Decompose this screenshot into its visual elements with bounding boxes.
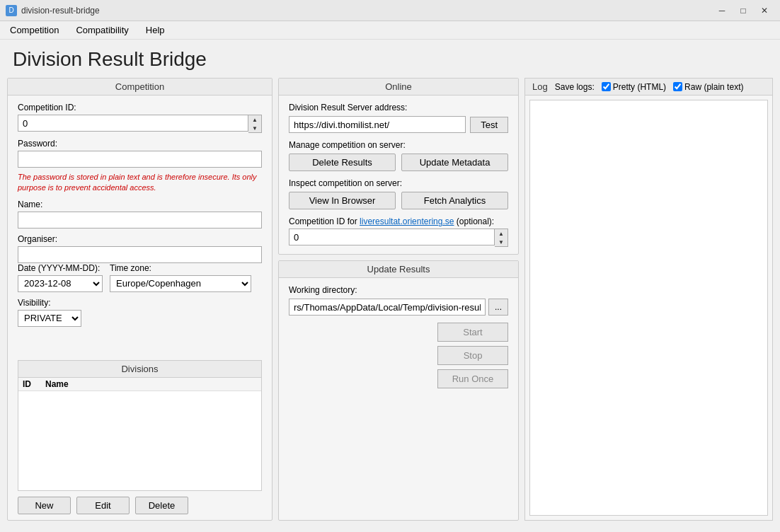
timezone-part: Time zone: Europe/Copenhagen UTC Europe/…: [110, 263, 251, 292]
name-input[interactable]: [18, 212, 262, 229]
raw-plain-checkbox-label[interactable]: Raw (plain text): [673, 82, 743, 92]
menu-help[interactable]: Help: [139, 23, 172, 37]
fetch-analytics-button[interactable]: Fetch Analytics: [401, 192, 508, 209]
server-address-row: Test: [289, 116, 508, 133]
divisions-col-id: ID: [23, 379, 31, 389]
liresultat-spin-up[interactable]: ▲: [495, 229, 507, 238]
update-results-form: Working directory: ... Start Stop Run On…: [279, 278, 518, 395]
log-panel: Log Save logs: Pretty (HTML) Raw (plain …: [524, 78, 773, 521]
date-select[interactable]: 2023-12-08: [18, 275, 103, 292]
pretty-html-checkbox-label[interactable]: Pretty (HTML): [602, 82, 666, 92]
divisions-panel: Divisions ID Name: [18, 360, 262, 491]
log-area: [529, 100, 768, 516]
close-button[interactable]: ✕: [755, 4, 774, 18]
working-dir-input[interactable]: [289, 299, 486, 316]
date-part: Date (YYYY-MM-DD): 2023-12-08: [18, 263, 103, 292]
update-results-title: Update Results: [279, 261, 518, 278]
date-timezone-row: Date (YYYY-MM-DD): 2023-12-08 Time zone:…: [18, 263, 262, 292]
liresultat-label-row: Competition ID for liveresultat.orienter…: [289, 216, 508, 226]
divisions-panel-title: Divisions: [18, 361, 261, 378]
update-metadata-button[interactable]: Update Metadata: [401, 154, 508, 171]
save-logs-label: Save logs:: [555, 82, 595, 92]
organiser-input[interactable]: [18, 246, 262, 263]
browse-button[interactable]: ...: [488, 299, 508, 316]
liresultat-prefix: Competition ID for: [289, 216, 360, 226]
competition-panel-title: Competition: [8, 79, 272, 96]
delete-results-button[interactable]: Delete Results: [289, 154, 396, 171]
working-dir-label: Working directory:: [289, 285, 508, 295]
password-input[interactable]: [18, 151, 262, 168]
title-bar: D division-result-bridge ─ □ ✕: [0, 0, 780, 21]
spin-up-button[interactable]: ▲: [248, 115, 261, 124]
liresultat-link[interactable]: liveresultat.orientering.se: [360, 216, 454, 226]
date-label: Date (YYYY-MM-DD):: [18, 263, 103, 273]
inspect-buttons-row: View In Browser Fetch Analytics: [289, 192, 508, 209]
password-note: The password is stored in plain text and…: [18, 172, 262, 194]
divisions-table-header: ID Name: [18, 378, 261, 391]
organiser-label: Organiser:: [18, 234, 262, 244]
raw-plain-label: Raw (plain text): [684, 82, 743, 92]
liresultat-id-input[interactable]: [289, 229, 495, 245]
spin-down-button[interactable]: ▼: [248, 124, 261, 132]
minimize-button[interactable]: ─: [712, 4, 732, 18]
main-content: Competition Competition ID: ▲ ▼ Password…: [0, 78, 780, 528]
window-controls: ─ □ ✕: [712, 4, 774, 18]
liresultat-id-spinner: ▲ ▼: [495, 229, 508, 247]
app-icon: D: [6, 5, 17, 16]
test-button[interactable]: Test: [470, 117, 508, 133]
menu-bar: Competition Compatibility Help: [0, 21, 780, 40]
edit-button[interactable]: Edit: [76, 497, 130, 514]
log-title: Log: [532, 81, 548, 92]
password-label: Password:: [18, 139, 262, 149]
manage-label: Manage competition on server:: [289, 140, 508, 150]
raw-plain-checkbox[interactable]: [673, 82, 682, 91]
pretty-html-label: Pretty (HTML): [613, 82, 666, 92]
competition-id-spinner: ▲ ▼: [248, 115, 262, 133]
menu-compatibility[interactable]: Compatibility: [69, 23, 135, 37]
update-results-panel: Update Results Working directory: ... St…: [278, 260, 519, 521]
working-dir-row: ...: [289, 299, 508, 316]
app-title: Division Result Bridge: [0, 40, 780, 78]
maximize-button[interactable]: □: [733, 4, 753, 18]
online-panel: Online Division Result Server address: T…: [278, 78, 519, 255]
pretty-html-checkbox[interactable]: [602, 82, 611, 91]
visibility-label: Visibility:: [18, 298, 262, 308]
competition-id-wrapper: ▲ ▼: [18, 115, 262, 133]
stop-button[interactable]: Stop: [437, 346, 508, 365]
log-header: Log Save logs: Pretty (HTML) Raw (plain …: [525, 79, 772, 96]
menu-competition[interactable]: Competition: [3, 23, 66, 37]
window-title: division-result-bridge: [21, 6, 100, 16]
divisions-col-name: Name: [45, 379, 69, 389]
liresultat-suffix: (optional):: [454, 216, 494, 226]
timezone-label: Time zone:: [110, 263, 251, 273]
server-address-label: Division Result Server address:: [289, 103, 508, 112]
competition-form: Competition ID: ▲ ▼ Password: The passwo…: [8, 96, 272, 354]
view-browser-button[interactable]: View In Browser: [289, 192, 396, 209]
online-panel-title: Online: [279, 79, 518, 96]
update-action-buttons: Start Stop Run Once: [289, 323, 508, 388]
new-button[interactable]: New: [18, 497, 71, 514]
liresultat-spin-down[interactable]: ▼: [495, 238, 507, 246]
middle-panel: Online Division Result Server address: T…: [278, 78, 519, 521]
competition-bottom-buttons: New Edit Delete: [8, 491, 272, 520]
server-address-input[interactable]: [289, 116, 466, 133]
run-once-button[interactable]: Run Once: [437, 369, 508, 388]
name-label: Name:: [18, 200, 262, 209]
competition-id-label: Competition ID:: [18, 103, 262, 112]
divisions-list: [18, 391, 261, 490]
start-button[interactable]: Start: [437, 323, 508, 342]
competition-id-input[interactable]: [18, 115, 248, 132]
inspect-label: Inspect competition on server:: [289, 178, 508, 188]
delete-button[interactable]: Delete: [135, 497, 188, 514]
competition-panel: Competition Competition ID: ▲ ▼ Password…: [7, 78, 273, 521]
visibility-select[interactable]: PRIVATE PUBLIC: [18, 310, 81, 327]
online-form: Division Result Server address: Test Man…: [279, 96, 518, 254]
timezone-select[interactable]: Europe/Copenhagen UTC Europe/London Amer…: [110, 275, 251, 292]
manage-buttons-row: Delete Results Update Metadata: [289, 154, 508, 171]
liresultat-id-wrapper: ▲ ▼: [289, 229, 508, 247]
